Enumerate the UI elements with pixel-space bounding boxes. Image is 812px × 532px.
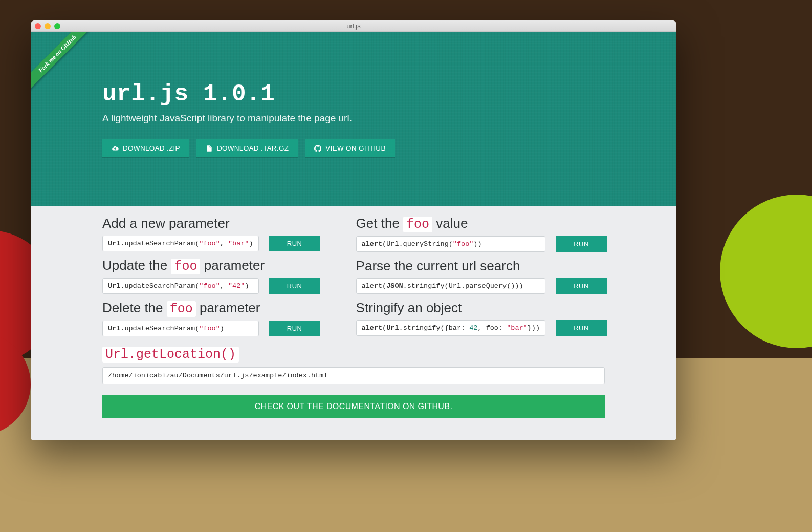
download-zip-label: DOWNLOAD .ZIP: [123, 144, 180, 152]
file-download-icon: [206, 145, 213, 152]
example-heading-code: foo: [171, 259, 200, 274]
page-title: url.js 1.0.1: [102, 81, 605, 108]
getlocation-value: /home/ionicabizau/Documents/url.js/examp…: [102, 367, 605, 384]
cloud-download-icon: [112, 145, 119, 152]
run-button[interactable]: RUN: [269, 236, 320, 251]
example-right-1: Parse the current url searchalert(JSON.s…: [356, 258, 607, 294]
code-snippet: alert(Url.stringify({bar: 42, foo: "bar"…: [356, 320, 545, 336]
hero-section: Fork me on GitHub url.js 1.0.1 A lightwe…: [31, 32, 676, 206]
example-left-1: Update the foo parameterUrl.updateSearch…: [102, 258, 320, 294]
examples-left-column: Add a new parameterUrl.updateSearchParam…: [102, 216, 320, 336]
getlocation-heading-code: Url.getLocation(): [102, 347, 239, 363]
window-titlebar: url.js: [31, 20, 676, 32]
download-targz-button[interactable]: DOWNLOAD .TAR.GZ: [196, 139, 298, 157]
code-snippet: Url.updateSearchParam("foo"): [102, 321, 259, 336]
example-heading-code: foo: [403, 217, 432, 232]
view-github-label: VIEW ON GITHUB: [325, 144, 385, 152]
example-heading: Add a new parameter: [102, 216, 320, 231]
example-right-0: Get the foo valuealert(Url.queryString("…: [356, 216, 607, 252]
download-zip-button[interactable]: DOWNLOAD .ZIP: [102, 139, 189, 157]
window-zoom-button[interactable]: [54, 23, 60, 29]
run-button[interactable]: RUN: [556, 236, 607, 252]
run-button[interactable]: RUN: [556, 278, 607, 294]
code-snippet: Url.updateSearchParam("foo", "42"): [102, 278, 259, 294]
example-heading: Get the foo value: [356, 216, 607, 232]
page-subtitle: A lightweight JavaScript library to mani…: [102, 113, 605, 124]
example-right-2: Stringify an objectalert(Url.stringify({…: [356, 300, 607, 336]
example-heading-code: foo: [167, 301, 196, 317]
examples-right-column: Get the foo valuealert(Url.queryString("…: [356, 216, 607, 336]
getlocation-heading: Url.getLocation(): [102, 346, 605, 362]
view-github-button[interactable]: VIEW ON GITHUB: [305, 139, 394, 157]
fork-ribbon[interactable]: Fork me on GitHub: [31, 32, 97, 94]
example-left-0: Add a new parameterUrl.updateSearchParam…: [102, 216, 320, 251]
github-icon: [314, 145, 321, 152]
code-snippet: Url.updateSearchParam("foo", "bar"): [102, 236, 259, 251]
download-targz-label: DOWNLOAD .TAR.GZ: [217, 144, 289, 152]
example-heading: Delete the foo parameter: [102, 300, 320, 316]
example-heading: Update the foo parameter: [102, 258, 320, 274]
code-snippet: alert(Url.queryString("foo")): [356, 236, 545, 252]
code-snippet: alert(JSON.stringify(Url.parseQuery())): [356, 278, 545, 294]
window-close-button[interactable]: [35, 23, 41, 29]
run-button[interactable]: RUN: [556, 320, 607, 336]
window-title: url.js: [31, 22, 676, 30]
example-heading: Stringify an object: [356, 300, 607, 316]
browser-window: url.js Fork me on GitHub url.js 1.0.1 A …: [31, 20, 676, 440]
page-body: Fork me on GitHub url.js 1.0.1 A lightwe…: [31, 32, 676, 440]
example-heading: Parse the current url search: [356, 258, 607, 274]
documentation-button[interactable]: CHECK OUT THE DOCUMENTATION ON GITHUB.: [102, 395, 605, 418]
window-minimize-button[interactable]: [45, 23, 51, 29]
example-left-2: Delete the foo parameterUrl.updateSearch…: [102, 300, 320, 336]
examples-section: Add a new parameterUrl.updateSearchParam…: [31, 206, 676, 432]
run-button[interactable]: RUN: [269, 278, 320, 294]
run-button[interactable]: RUN: [269, 321, 320, 336]
